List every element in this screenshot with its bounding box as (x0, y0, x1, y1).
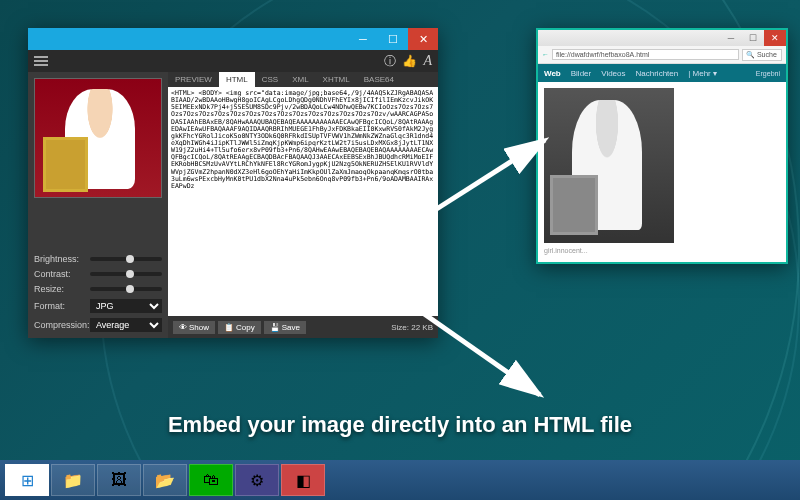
nav-mehr[interactable]: | Mehr ▾ (688, 69, 717, 78)
minimize-button[interactable]: ─ (348, 28, 378, 50)
back-icon[interactable]: ← (542, 51, 549, 58)
tab-preview[interactable]: PREVIEW (168, 72, 219, 87)
converter-window: ─ ☐ ✕ ⓘ 👍 A Brightness: Contrast: Resize… (28, 28, 438, 338)
tab-css[interactable]: CSS (255, 72, 285, 87)
resize-label: Resize: (34, 284, 86, 294)
nav-nachrichten[interactable]: Nachrichten (636, 69, 679, 78)
contrast-slider[interactable] (90, 272, 162, 276)
info-icon[interactable]: ⓘ (384, 53, 396, 70)
browser-maximize[interactable]: ☐ (742, 30, 764, 46)
output-tabs: PREVIEW HTML CSS XML XHTML BASE64 (168, 72, 438, 87)
taskbar-explorer[interactable]: 📁 (51, 464, 95, 496)
eye-icon: 👁 (179, 323, 187, 332)
copy-icon: 📋 (224, 323, 234, 332)
tab-xml[interactable]: XML (285, 72, 315, 87)
font-icon[interactable]: A (423, 53, 432, 69)
compression-label: Compression: (34, 320, 86, 330)
action-bar: 👁Show 📋Copy 💾Save Size: 22 KB (168, 316, 438, 338)
tagline-text: Embed your image directly into an HTML f… (0, 412, 800, 438)
browser-minimize[interactable]: ─ (720, 30, 742, 46)
browser-titlebar: ─ ☐ ✕ (538, 30, 786, 46)
copy-button[interactable]: 📋Copy (218, 321, 261, 334)
taskbar-gallery[interactable]: 🖼 (97, 464, 141, 496)
maximize-button[interactable]: ☐ (378, 28, 408, 50)
taskbar-settings[interactable]: ⚙ (235, 464, 279, 496)
right-panel: PREVIEW HTML CSS XML XHTML BASE64 <HTML>… (168, 72, 438, 338)
taskbar-app[interactable]: ◧ (281, 464, 325, 496)
image-caption: girl.innocent... (544, 247, 780, 254)
search-input[interactable]: 🔍 Suche (742, 49, 782, 61)
resize-slider[interactable] (90, 287, 162, 291)
brightness-label: Brightness: (34, 254, 86, 264)
compression-select[interactable]: Average (90, 318, 162, 332)
url-input[interactable]: file://dwafdwrf/hefbaxo8A.html (552, 49, 739, 60)
tab-xhtml[interactable]: XHTML (316, 72, 357, 87)
format-label: Format: (34, 301, 86, 311)
taskbar-store[interactable]: 🛍 (189, 464, 233, 496)
embedded-image (544, 88, 674, 243)
browser-window: ─ ☐ ✕ ← file://dwafdwrf/hefbaxo8A.html 🔍… (536, 28, 788, 264)
taskbar-folder[interactable]: 📂 (143, 464, 187, 496)
show-button[interactable]: 👁Show (173, 321, 215, 334)
start-button[interactable]: ⊞ (5, 464, 49, 496)
thumbs-up-icon[interactable]: 👍 (402, 54, 417, 68)
size-label: Size: 22 KB (391, 323, 433, 332)
nav-bilder[interactable]: Bilder (571, 69, 591, 78)
save-button[interactable]: 💾Save (264, 321, 306, 334)
app-toolbar: ⓘ 👍 A (28, 50, 438, 72)
nav-videos[interactable]: Videos (601, 69, 625, 78)
brightness-slider[interactable] (90, 257, 162, 261)
taskbar: ⊞ 📁 🖼 📂 🛍 ⚙ ◧ (0, 460, 800, 500)
browser-content: girl.innocent... (538, 82, 786, 262)
code-output[interactable]: <HTML> <BODY> <img src="data:image/jpg;b… (168, 87, 438, 316)
left-panel: Brightness: Contrast: Resize: Format:JPG… (28, 72, 168, 338)
contrast-label: Contrast: (34, 269, 86, 279)
nav-web[interactable]: Web (544, 69, 561, 78)
browser-close[interactable]: ✕ (764, 30, 786, 46)
tab-base64[interactable]: BASE64 (357, 72, 401, 87)
image-preview (34, 78, 162, 198)
save-icon: 💾 (270, 323, 280, 332)
format-select[interactable]: JPG (90, 299, 162, 313)
window-titlebar: ─ ☐ ✕ (28, 28, 438, 50)
browser-addressbar: ← file://dwafdwrf/hefbaxo8A.html 🔍 Suche (538, 46, 786, 64)
menu-icon[interactable] (34, 56, 48, 66)
results-label: Ergebni (756, 70, 780, 77)
tab-html[interactable]: HTML (219, 72, 255, 87)
browser-navbar: Web Bilder Videos Nachrichten | Mehr ▾ E… (538, 64, 786, 82)
close-button[interactable]: ✕ (408, 28, 438, 50)
